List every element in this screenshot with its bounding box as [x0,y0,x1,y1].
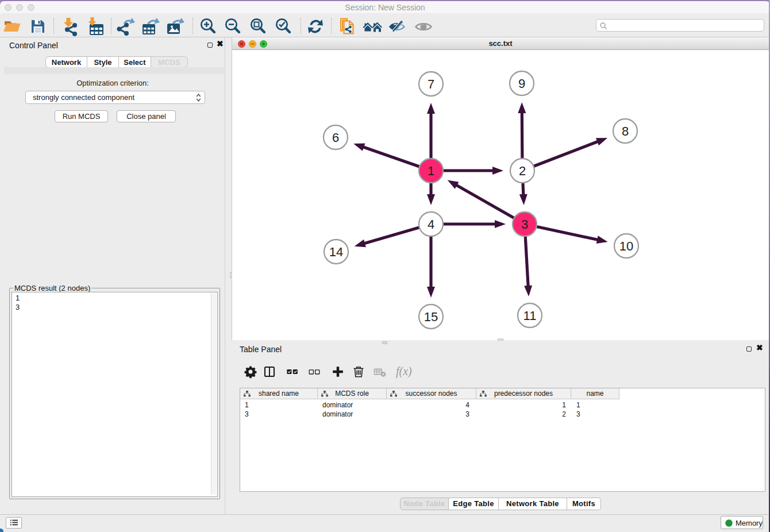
svg-text:3: 3 [521,217,528,232]
svg-text:1: 1 [428,164,434,178]
svg-text:2: 2 [519,164,526,178]
svg-text:11: 11 [523,309,537,323]
svg-text:10: 10 [619,239,633,253]
svg-text:7: 7 [428,77,434,91]
svg-text:14: 14 [329,245,343,259]
svg-text:6: 6 [332,130,339,145]
svg-text:9: 9 [518,76,525,91]
svg-text:8: 8 [622,124,629,138]
svg-text:4: 4 [428,217,434,232]
svg-text:15: 15 [424,310,438,324]
